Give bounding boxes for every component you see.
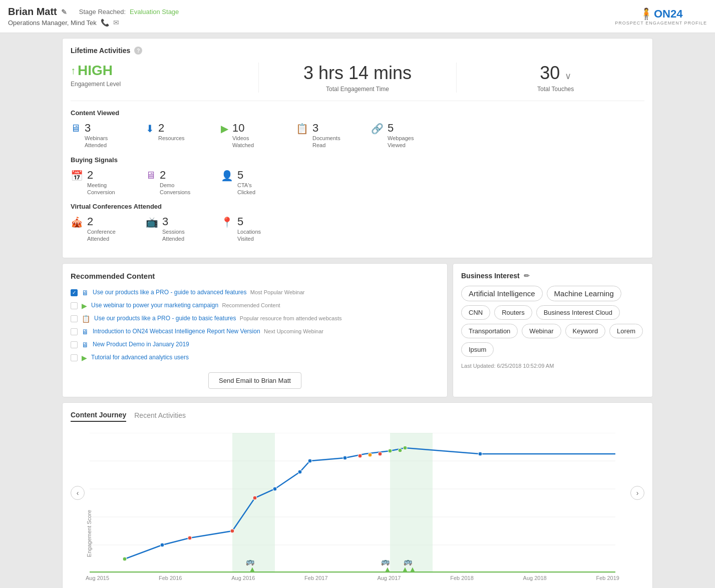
svg-text:🚌: 🚌 <box>246 557 255 566</box>
meeting-label: MeetingConversion <box>87 182 115 196</box>
cta-label: CTA'sClicked <box>237 182 255 196</box>
rec-title-6: Tutorial for advanced analytics users <box>91 354 189 361</box>
svg-point-23 <box>343 456 347 460</box>
metric-conference: 🎪 2 ConferenceAttended <box>71 215 136 243</box>
metric-conference-info: 2 ConferenceAttended <box>87 215 116 243</box>
svg-text:▲: ▲ <box>248 565 256 573</box>
chart-nav-right[interactable]: › <box>630 486 644 500</box>
documents-count: 3 <box>312 122 340 135</box>
list-item: 🖥 New Product Demo in January 2019 <box>71 338 439 351</box>
metric-demo-info: 2 DemoConversions <box>160 169 190 196</box>
list-item: ▶ Use webinar to power your marketing ca… <box>71 299 439 312</box>
phone-icon[interactable]: 📞 <box>101 19 109 27</box>
tag-bic: Business Interest Cloud <box>536 305 620 320</box>
rec-icon-5: 🖥 <box>82 341 89 349</box>
list-item: ▶ Tutorial for advanced analytics users <box>71 351 439 364</box>
tag-transportation: Transportation <box>461 324 518 338</box>
x-label-aug2017: Aug 2017 <box>377 575 401 581</box>
engagement-level-block: ↑ HIGH Engagement Level <box>71 63 248 88</box>
header-left: Brian Matt ✎ Stage Reached: Evaluation S… <box>8 6 179 27</box>
tab-recent-activities[interactable]: Recent Activities <box>134 411 186 421</box>
demo-count: 2 <box>160 169 190 182</box>
virtual-conferences-metrics: 🎪 2 ConferenceAttended 📺 3 SessionsAtten… <box>71 215 644 243</box>
x-label-feb2019: Feb 2019 <box>596 575 619 581</box>
rec-title-4: Introduction to ON24 Webcast Intelligenc… <box>93 328 323 335</box>
documents-label: DocumentsRead <box>312 135 340 149</box>
demo-icon: 🖥 <box>146 170 156 181</box>
videos-label: VideosWatched <box>232 135 254 149</box>
rec-title-2: Use webinar to power your marketing camp… <box>91 302 280 309</box>
stat-divider-1 <box>258 63 259 93</box>
journey-chart: 10 8 6 4 2 0 <box>86 433 619 573</box>
rec-icon-4: 🖥 <box>82 328 89 336</box>
stage-label: Stage Reached: <box>79 8 126 16</box>
videos-icon: ▶ <box>221 123 228 135</box>
name-text: Brian Matt <box>8 6 57 18</box>
tag-keyword: Keyword <box>565 324 606 338</box>
metric-webinars: 🖥 3 WebinarsAttended <box>71 122 136 149</box>
on24-brand: 🧍 ON24 <box>639 8 682 21</box>
metric-sessions: 📺 3 SessionsAttended <box>146 215 211 243</box>
recommended-content-title: Recommended Content <box>71 272 439 280</box>
stage-value: Evaluation Stage <box>130 8 179 16</box>
svg-point-29 <box>403 446 407 450</box>
metric-videos-info: 10 VideosWatched <box>232 122 254 149</box>
checkbox-5[interactable] <box>71 341 78 348</box>
edit-name-icon[interactable]: ✎ <box>61 8 67 16</box>
metric-webpages-info: 5 WebpagesViewed <box>388 122 414 149</box>
svg-text:▲: ▲ <box>384 565 392 573</box>
x-label-feb2018: Feb 2018 <box>450 575 473 581</box>
high-text: HIGH <box>78 63 113 79</box>
webpages-icon: 🔗 <box>371 123 384 135</box>
resources-label: Resources <box>158 135 185 142</box>
webpages-label: WebpagesViewed <box>388 135 414 149</box>
total-time-value: 3 hrs 14 mins <box>269 63 447 84</box>
webinar-label: WebinarsAttended <box>85 135 108 149</box>
content-journey-card: Content Journey Recent Activities ‹ › En… <box>62 402 653 588</box>
metric-meeting: 📅 2 MeetingConversion <box>71 169 136 196</box>
checkbox-6[interactable] <box>71 354 78 361</box>
business-interest-title: Business Interest <box>461 272 520 280</box>
recommended-content-list: ✓ 🖥 Use our products like a PRO - guide … <box>71 286 439 364</box>
main-content: Lifetime Activities ? ↑ HIGH Engagement … <box>62 33 653 588</box>
svg-point-21 <box>298 470 302 474</box>
send-email-button[interactable]: Send Email to Brian Matt <box>208 372 301 389</box>
locations-icon: 📍 <box>221 216 233 228</box>
metric-cta: 👤 5 CTA'sClicked <box>221 169 286 196</box>
svg-text:🚌: 🚌 <box>381 557 390 566</box>
tag-lorem: Lorem <box>609 324 643 338</box>
svg-rect-12 <box>232 433 275 573</box>
content-viewed-metrics: 🖥 3 WebinarsAttended ⬇ 2 Resources ▶ 10 … <box>71 122 644 149</box>
email-icon[interactable]: ✉ <box>113 19 119 27</box>
checkbox-1[interactable]: ✓ <box>71 289 78 296</box>
chart-nav-left[interactable]: ‹ <box>71 486 85 500</box>
list-item: 📋 Use our products like a PRO - guide to… <box>71 312 439 325</box>
recommended-content-card: Recommended Content ✓ 🖥 Use our products… <box>62 263 448 397</box>
svg-point-24 <box>358 454 362 458</box>
locations-count: 5 <box>237 215 261 228</box>
buying-signals-metrics: 📅 2 MeetingConversion 🖥 2 DemoConversion… <box>71 169 644 196</box>
tag-webinar: Webinar <box>522 324 561 338</box>
checkbox-2[interactable] <box>71 302 78 309</box>
svg-point-20 <box>273 487 277 491</box>
business-interest-header: Business Interest ✏ <box>461 272 644 280</box>
demo-label: DemoConversions <box>160 182 190 196</box>
touches-dropdown-icon[interactable]: ∨ <box>565 71 571 81</box>
checkbox-3[interactable] <box>71 315 78 322</box>
lifetime-stats: ↑ HIGH Engagement Level 3 hrs 14 mins To… <box>71 63 644 101</box>
logo-text: ON24 <box>654 8 682 21</box>
business-interest-edit-icon[interactable]: ✏ <box>524 272 530 280</box>
svg-point-17 <box>188 536 192 540</box>
logo-subtext: PROSPECT ENGAGEMENT PROFILE <box>615 21 707 26</box>
svg-point-30 <box>478 452 482 456</box>
person-icon: 🧍 <box>639 8 653 21</box>
checkbox-4[interactable] <box>71 328 78 335</box>
help-icon[interactable]: ? <box>134 47 142 55</box>
x-label-aug2018: Aug 2018 <box>523 575 547 581</box>
rec-icon-3: 📋 <box>82 315 90 323</box>
header-title-row: Brian Matt ✎ Stage Reached: Evaluation S… <box>8 6 179 18</box>
meeting-count: 2 <box>87 169 115 182</box>
metric-documents: 📋 3 DocumentsRead <box>296 122 361 149</box>
svg-point-16 <box>160 543 164 547</box>
tab-content-journey[interactable]: Content Journey <box>71 411 126 422</box>
